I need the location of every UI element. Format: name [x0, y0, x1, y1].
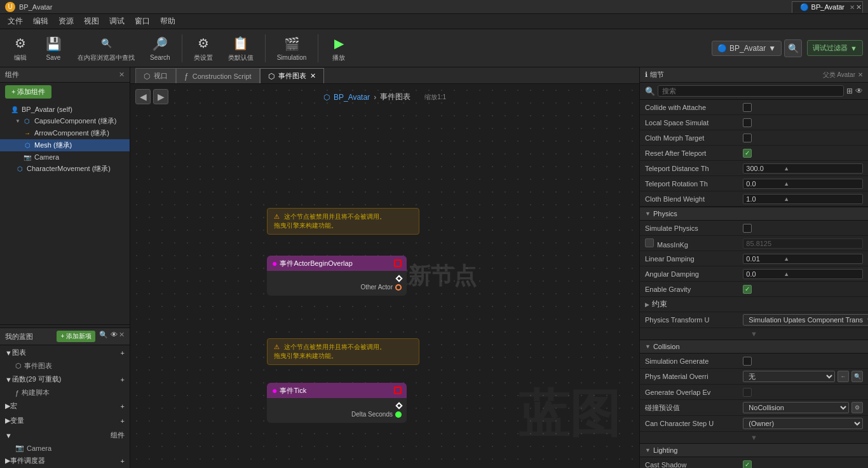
details-search-input[interactable] [658, 85, 844, 97]
pin1-exec [267, 275, 407, 282]
macros-section[interactable]: ▶ 宏 + [0, 399, 130, 413]
linear-damping-arrow[interactable]: ▲ [782, 256, 791, 262]
nav-forward-btn[interactable]: ▶ [153, 89, 168, 104]
components-close[interactable]: ✕ [119, 71, 125, 79]
scroll-down-collision[interactable]: ▼ [640, 432, 868, 443]
phys-material-reset[interactable]: ← [837, 371, 849, 382]
menu-window[interactable]: 窗口 [130, 15, 155, 28]
details-eye-btn[interactable]: 👁 [855, 86, 863, 95]
search-bp-icon[interactable]: 🔍 [99, 331, 108, 342]
collision-section-header[interactable]: ▼ Collision [640, 340, 868, 354]
tab-construct[interactable]: ƒ Construction Script [176, 68, 260, 83]
menu-edit[interactable]: 编辑 [28, 15, 53, 28]
physics-section-header[interactable]: ▼ Physics [640, 207, 868, 221]
sim-generate-cb[interactable] [743, 357, 752, 366]
camera-comp-item[interactable]: 📷 Camera [0, 443, 130, 453]
my-blueprint-close[interactable]: ✕ [119, 331, 125, 342]
class-settings-btn[interactable]: ⚙ 类设置 [187, 32, 219, 65]
vars-add[interactable]: + [121, 417, 125, 425]
simulation-icon: 🎬 [283, 35, 301, 53]
funcs-section[interactable]: ▼ 函数(29 可重载) + [0, 372, 130, 387]
menu-file[interactable]: 文件 [3, 15, 28, 28]
minimize-btn[interactable]: ─ [811, 0, 830, 14]
teleport-dist-arrow[interactable]: ▲ [782, 165, 791, 172]
class-defaults-btn[interactable]: 📋 类默认值 [222, 32, 260, 65]
dispatchers-arrow: ▶ [5, 457, 10, 465]
tree-arrow[interactable]: → ArrowComponent (继承) [0, 127, 130, 139]
save-btn[interactable]: 💾 Save [38, 32, 69, 64]
physics-transform-select[interactable]: Simulation Upates Component Trans [743, 314, 868, 326]
tree-self[interactable]: 👤 BP_Avatar (self) [0, 104, 130, 115]
simulation-btn[interactable]: 🎬 Simulation [271, 32, 313, 64]
play-btn[interactable]: ▶ 播放 [323, 32, 354, 65]
local-space-cb[interactable] [743, 118, 752, 127]
add-new-btn[interactable]: + 添加新项 [57, 331, 95, 342]
tab-eventgraph[interactable]: ⬡ 事件图表 ✕ [260, 68, 324, 83]
teleport-rot-arrow[interactable]: ▲ [782, 181, 791, 187]
scroll-down-physics[interactable]: ▼ [640, 328, 868, 340]
collision-preset-select[interactable]: NoCollision [743, 402, 849, 413]
bp-view-btn[interactable]: 👁 [111, 331, 118, 342]
enable-gravity-cb[interactable] [743, 285, 752, 294]
tree-movement[interactable]: ⬡ CharacterMovement (继承) [0, 163, 130, 175]
gen-overlap-cb[interactable] [743, 388, 752, 397]
tree-camera[interactable]: 📷 Camera [0, 151, 130, 163]
eventgraph-close[interactable]: ✕ [310, 72, 316, 80]
breadcrumb-root[interactable]: BP_Avatar [334, 93, 370, 102]
tree-mesh[interactable]: ⬡ Mesh (继承) [0, 139, 130, 151]
browse-btn[interactable]: 🔍 在内容浏览器中查找 [71, 32, 141, 65]
cloth-blend-input[interactable] [743, 195, 782, 203]
collision-preset-btn[interactable]: ⚙ [851, 402, 863, 413]
cast-shadow-cb[interactable] [743, 460, 752, 469]
menu-debug[interactable]: 调试 [104, 15, 130, 28]
details-close[interactable]: ✕ [858, 71, 863, 78]
can-step-select[interactable]: (Owner) [743, 418, 863, 429]
menu-assets[interactable]: 资源 [53, 15, 79, 28]
massinkg-input[interactable] [743, 239, 782, 248]
graphs-add[interactable]: + [121, 349, 125, 357]
teleport-dist-input[interactable] [743, 164, 782, 173]
dispatchers-add[interactable]: + [121, 457, 125, 465]
maximize-btn[interactable]: □ [830, 0, 849, 14]
bp-name-btn[interactable]: 🔵 BP_Avatar ▼ [712, 41, 782, 56]
nav-back-btn[interactable]: ◀ [135, 89, 151, 104]
angular-damping-arrow[interactable]: ▲ [782, 271, 791, 277]
linear-damping-value: ▲ [743, 254, 863, 264]
dispatchers-section[interactable]: ▶ 事件调度器 + [0, 453, 130, 468]
phys-material-browse[interactable]: 🔍 [851, 371, 863, 382]
event-graph-item[interactable]: ⬡ 事件图表 [0, 360, 130, 372]
menu-view[interactable]: 视图 [79, 15, 104, 28]
collide-attach-cb[interactable] [743, 103, 752, 112]
row-constraints[interactable]: ▶ 约束 [640, 297, 868, 312]
toolbar-search-btn[interactable]: 🔍 [784, 39, 802, 57]
macros-add[interactable]: + [121, 403, 125, 410]
angular-damping-input[interactable] [743, 270, 782, 279]
reset-teleport-cb[interactable] [743, 149, 752, 158]
node-tick[interactable]: ● 事件Tick Delta Seconds [267, 383, 407, 423]
tab-viewport[interactable]: ⬡ 视口 [135, 68, 176, 83]
constraints-expand[interactable]: ▶ [645, 301, 649, 308]
vars-section[interactable]: ▶ 变量 + [0, 413, 130, 428]
debug-filter-btn[interactable]: 调试过滤器 ▼ [807, 40, 863, 56]
teleport-rot-input[interactable] [743, 179, 782, 188]
node-actor-begin-overlap[interactable]: ● 事件ActorBeginOverlap Other Actor [267, 256, 407, 296]
graph-area[interactable]: ◀ ▶ ⬡ BP_Avatar › 事件图表 缩放1:1 右击来创建新节点 蓝图… [130, 84, 639, 468]
graphs-section[interactable]: ▼ 图表 + [0, 345, 130, 360]
close-btn[interactable]: ✕ [849, 0, 868, 14]
linear-damping-input[interactable] [743, 254, 782, 263]
funcs-add[interactable]: + [121, 376, 125, 383]
menu-help[interactable]: 帮助 [155, 15, 180, 28]
add-component-btn[interactable]: + 添加组件 [5, 85, 51, 99]
tree-capsule[interactable]: ▼ ⬡ CapsuleComponent (继承) [0, 115, 130, 127]
simulate-physics-cb[interactable] [743, 224, 752, 233]
lighting-section-header[interactable]: ▼ Lighting [640, 443, 868, 457]
search-btn[interactable]: 🔎 Search [144, 32, 177, 64]
cloth-blend-arrow[interactable]: ▲ [782, 196, 791, 202]
construct-script-item[interactable]: ƒ 构建脚本 [0, 387, 130, 399]
details-grid-btn[interactable]: ⊞ [846, 86, 853, 95]
phys-material-select[interactable]: 无 [743, 371, 835, 382]
comps-section[interactable]: ▼ 组件 [0, 428, 130, 443]
capsule-arrow: ▼ [15, 118, 20, 124]
compile-btn[interactable]: ⚙ 编辑 [5, 32, 36, 65]
cloth-morph-cb[interactable] [743, 134, 752, 142]
